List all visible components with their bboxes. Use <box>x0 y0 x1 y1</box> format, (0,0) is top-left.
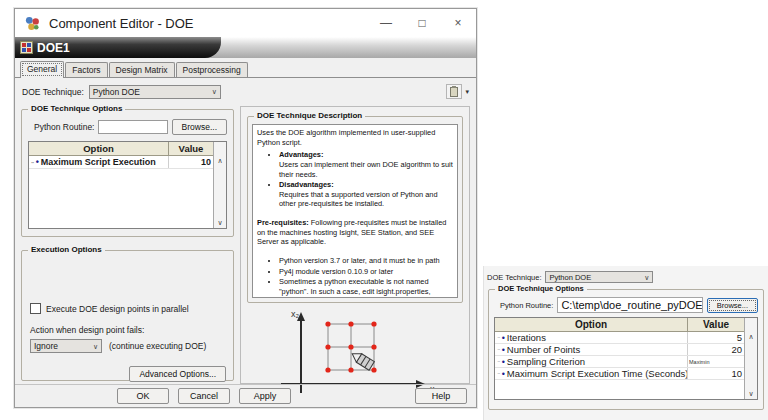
options-table-header: Option Value <box>29 142 213 156</box>
ok-button[interactable]: OK <box>117 388 169 404</box>
y-axis-label: x₂ <box>291 309 300 319</box>
option-value[interactable]: 10 <box>688 368 744 379</box>
python-routine-input[interactable]: C:\temp\doe_routine_pyDOE_lhs.py <box>557 297 702 313</box>
doe-technique-value: Python DOE <box>93 87 140 97</box>
browse-button[interactable]: Browse... <box>172 119 227 135</box>
advanced-options-button[interactable]: Advanced Options... <box>129 366 226 382</box>
close-icon[interactable]: × <box>440 9 476 37</box>
table-row[interactable]: ·· • Iterations 5 <box>495 332 744 344</box>
advantages-label: Advantages: <box>279 150 323 159</box>
chevron-down-icon: ∨ <box>212 88 217 95</box>
tab-general[interactable]: General <box>20 61 64 78</box>
bullet-icon: • <box>502 333 505 343</box>
table-scrollbar[interactable]: ∧ ∨ <box>744 318 757 399</box>
pencil-icon <box>349 350 374 371</box>
doe-technique-select[interactable]: Python DOE ∨ <box>545 271 653 283</box>
doe-technique-label: DOE Technique: <box>487 273 541 282</box>
prerequisites-label: Pre-requisites: <box>257 218 309 227</box>
value-column-header: Value <box>688 318 744 331</box>
table-row[interactable]: ·· • Maximum Script Execution 10 <box>29 156 213 169</box>
description-intro: Uses the DOE algorithm implemented in us… <box>257 128 453 147</box>
fail-action-label: Action when design point fails: <box>28 325 227 335</box>
browse-button[interactable]: Browse... <box>707 298 758 313</box>
fail-action-note: (continue executing DOE) <box>109 341 206 351</box>
parallel-execution-label: Execute DOE design points in parallel <box>46 304 189 314</box>
option-column-header: Option <box>495 318 688 331</box>
execution-options-group: Execution Options Execute DOE design poi… <box>21 250 234 381</box>
maximize-icon[interactable]: □ <box>404 9 440 37</box>
bullet-icon: • <box>502 369 505 379</box>
component-editor-window: Component Editor - DOE — □ × DOE1 Genera… <box>14 8 477 408</box>
tab-factors[interactable]: Factors <box>65 62 107 77</box>
tree-dash-icon: ·· <box>497 370 500 377</box>
description-group-title: DOE Technique Description <box>254 111 365 120</box>
cancel-button[interactable]: Cancel <box>178 388 230 404</box>
option-value[interactable]: 5 <box>688 332 744 343</box>
table-row[interactable]: ·· • Maximum Script Execution Time (Seco… <box>495 368 744 380</box>
prerequisite-item: Python version 3.7 or later, and it must… <box>279 256 453 266</box>
tree-dash-icon: ·· <box>497 334 500 341</box>
component-banner-label: DOE1 <box>15 37 221 58</box>
disadvantages-text: Requires that a supported version of Pyt… <box>279 190 453 209</box>
options-group-title: DOE Technique Options <box>495 284 587 293</box>
option-value[interactable]: Maximin <box>688 359 744 365</box>
scroll-down-icon[interactable]: ∨ <box>748 390 753 397</box>
doe-technique-description-group: DOE Technique Description Uses the DOE a… <box>247 116 463 303</box>
fail-action-value: Ignore <box>34 341 58 351</box>
options-table: Option Value ·· • Iterations 5 ·· • Num <box>494 317 758 400</box>
minimize-icon[interactable]: — <box>368 9 404 37</box>
doe-options-snippet-panel: DOE Technique: Python DOE ∨ DOE Techniqu… <box>483 266 768 420</box>
apply-button[interactable]: Apply <box>239 388 291 404</box>
value-column-header: Value <box>169 142 213 155</box>
scroll-down-icon[interactable]: ∨ <box>217 219 222 226</box>
table-row[interactable]: ·· • Number of Points 20 <box>495 344 744 356</box>
doe-technique-options-group: DOE Technique Options Python Routine: C:… <box>488 289 764 410</box>
scroll-up-icon[interactable]: ∧ <box>748 333 753 340</box>
chevron-down-icon: ∨ <box>93 343 98 350</box>
tab-postprocessing[interactable]: Postprocessing <box>176 62 248 77</box>
dialog-footer: OK Cancel Apply Help <box>15 384 476 407</box>
tab-bar: General Factors Design Matrix Postproces… <box>15 58 476 78</box>
python-routine-label: Python Routine: <box>500 301 553 310</box>
table-row[interactable]: ·· • Sampling Criterion Maximin <box>495 356 744 368</box>
tree-dash-icon: ·· <box>497 358 500 365</box>
doe-component-icon <box>20 41 33 54</box>
tree-dash-icon: ·· <box>31 159 34 166</box>
option-name: Number of Points <box>507 344 580 355</box>
options-table-header: Option Value <box>495 318 744 332</box>
fail-action-select[interactable]: Ignore ∨ <box>30 339 102 353</box>
component-name: DOE1 <box>37 41 70 55</box>
prerequisites-paragraph: Pre-requisites: Following pre-requisites… <box>257 218 453 247</box>
option-name: Sampling Criterion <box>507 356 585 367</box>
prerequisite-item: Sometimes a python executable is not nam… <box>279 277 453 298</box>
app-icon <box>24 15 41 32</box>
doe-technique-label: DOE Technique: <box>22 87 84 97</box>
bullet-icon: • <box>502 345 505 355</box>
dropdown-arrow-icon[interactable]: ▾ <box>465 88 469 96</box>
description-panel: DOE Technique Description Uses the DOE a… <box>240 106 470 384</box>
option-value[interactable]: 10 <box>169 157 213 167</box>
parallel-execution-checkbox[interactable] <box>30 303 41 314</box>
help-button[interactable]: Help <box>415 388 467 404</box>
bullet-icon: • <box>502 357 505 367</box>
tab-design-matrix[interactable]: Design Matrix <box>109 62 175 77</box>
option-value[interactable]: 20 <box>688 344 744 355</box>
option-name: Maximum Script Execution Time (Seconds) <box>507 368 688 379</box>
options-table: Option Value ·· • Maximum Script Executi… <box>28 141 227 229</box>
option-column-header: Option <box>29 142 169 155</box>
table-scrollbar[interactable]: ∧ ∨ <box>213 142 226 228</box>
doe-technique-select[interactable]: Python DOE ∨ <box>89 85 221 99</box>
python-routine-input[interactable] <box>98 120 167 134</box>
title-bar: Component Editor - DOE — □ × <box>15 9 476 37</box>
component-banner: DOE1 <box>15 37 476 58</box>
window-title: Component Editor - DOE <box>49 16 194 31</box>
tree-dash-icon: ·· <box>497 346 500 353</box>
clipboard-icon <box>450 87 458 97</box>
paste-button[interactable] <box>446 84 462 99</box>
options-group-title: DOE Technique Options <box>28 104 125 113</box>
advantages-item: Advantages: Users can implement their ow… <box>279 150 453 179</box>
option-name: Maximum Script Execution <box>41 157 156 167</box>
scroll-up-icon[interactable]: ∧ <box>217 157 222 164</box>
python-routine-label: Python Routine: <box>34 122 94 132</box>
bullet-icon: • <box>36 157 39 167</box>
